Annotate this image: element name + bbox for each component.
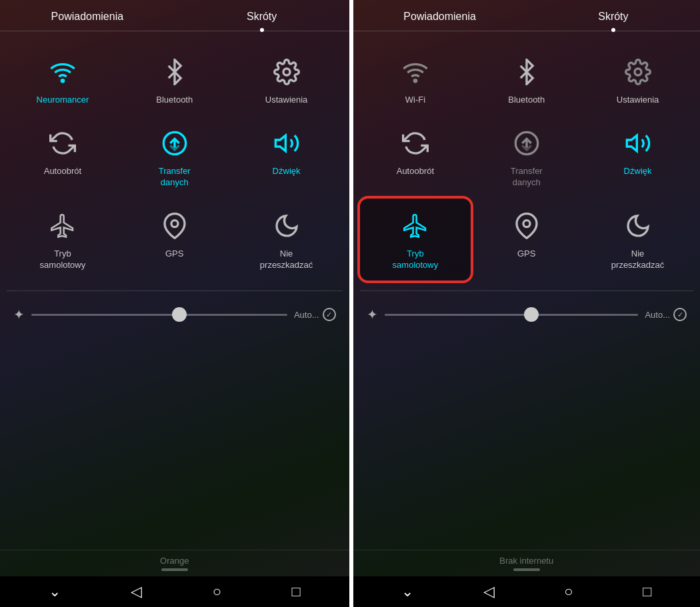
left-controls-grid: Neuromancer Bluetooth Ustawienia [0, 31, 349, 287]
brightness-icon-right: ✦ [367, 306, 378, 322]
right-gps-label: GPS [517, 249, 535, 260]
right-sound-label: Dźwięk [624, 166, 652, 177]
right-panel: Powiadomienia Skróty Wi-Fi [351, 0, 701, 607]
left-brightness-auto: Auto... ✓ [294, 308, 336, 321]
data-icon-left [157, 126, 192, 161]
right-autorotate-label: Autoobrót [397, 166, 434, 177]
sound-icon-left [269, 126, 304, 161]
right-nav-home[interactable]: ○ [564, 583, 573, 600]
left-brightness-thumb[interactable] [172, 307, 187, 322]
right-brightness-row: ✦ Auto... ✓ [353, 295, 701, 334]
right-bluetooth-control[interactable]: Bluetooth [471, 45, 582, 116]
right-nav-back[interactable]: ◁ [483, 583, 495, 600]
left-tab-shortcuts[interactable]: Skróty [175, 8, 349, 25]
left-data-control[interactable]: Transferdanych [119, 116, 231, 199]
right-settings-control[interactable]: Ustawienia [582, 45, 693, 116]
left-tab-notifications[interactable]: Powiadomienia [0, 8, 175, 25]
right-nav-bar: ⌄ ◁ ○ □ [353, 576, 701, 607]
left-brightness-row: ✦ Auto... ✓ [0, 295, 349, 334]
right-bluetooth-label: Bluetooth [508, 95, 545, 106]
left-data-label: Transferdanych [159, 166, 191, 189]
left-gps-control[interactable]: GPS [119, 199, 231, 281]
right-airplane-label: Trybsamolotowy [393, 249, 439, 271]
left-nav-recents[interactable]: □ [291, 583, 300, 600]
right-dnd-control[interactable]: Nieprzeszkadzać [582, 199, 693, 281]
airplane-icon-right [398, 209, 433, 243]
right-nav-down[interactable]: ⌄ [401, 583, 413, 600]
svg-point-5 [414, 80, 416, 82]
left-header: Powiadomienia Skróty [0, 0, 349, 31]
svg-point-0 [61, 80, 63, 82]
autorotate-icon-left [45, 126, 80, 161]
right-controls-grid: Wi-Fi Bluetooth Ustawienia [353, 31, 701, 287]
right-brightness-auto: Auto... ✓ [645, 308, 687, 321]
wifi-icon-right [398, 55, 433, 89]
right-header: Powiadomienia Skróty [353, 0, 701, 31]
left-bluetooth-control[interactable]: Bluetooth [119, 45, 231, 116]
svg-marker-3 [275, 135, 285, 151]
right-data-control[interactable]: Transferdanych [471, 116, 582, 199]
brightness-icon-left: ✦ [13, 306, 25, 322]
left-settings-label: Ustawienia [265, 95, 308, 106]
left-bottom-handle [161, 568, 188, 571]
gps-icon-left [157, 209, 192, 243]
data-icon-right [509, 126, 544, 161]
left-auto-check[interactable]: ✓ [323, 308, 336, 321]
left-nav-back[interactable]: ◁ [131, 583, 142, 600]
left-nav-down[interactable]: ⌄ [49, 583, 61, 600]
left-footer: Orange [0, 550, 349, 576]
right-tab-shortcuts[interactable]: Skróty [527, 8, 700, 25]
right-autorotate-control[interactable]: Autoobrót [360, 116, 471, 199]
right-sound-control[interactable]: Dźwięk [582, 116, 693, 199]
left-wifi-label: Neuromancer [37, 95, 89, 106]
dnd-icon-left [269, 209, 304, 243]
settings-icon-right [621, 55, 655, 89]
left-nav-bar: ⌄ ◁ ○ □ [0, 576, 349, 607]
airplane-icon-left [45, 209, 80, 243]
right-wifi-label: Wi-Fi [405, 95, 425, 106]
svg-point-1 [283, 69, 290, 75]
right-dnd-label: Nieprzeszkadzać [611, 249, 664, 271]
right-data-label: Transferdanych [511, 166, 543, 189]
left-settings-control[interactable]: Ustawienia [231, 45, 343, 116]
bluetooth-icon-right [509, 55, 544, 89]
right-brightness-slider[interactable] [385, 314, 639, 316]
left-gps-label: GPS [165, 249, 183, 260]
sound-icon-right [621, 126, 655, 161]
right-auto-check[interactable]: ✓ [673, 308, 687, 321]
left-nav-home[interactable]: ○ [213, 583, 221, 600]
left-sound-control[interactable]: Dźwięk [231, 116, 343, 199]
dnd-icon-right [621, 209, 655, 243]
right-gps-control[interactable]: GPS [471, 199, 582, 281]
svg-point-4 [171, 220, 178, 227]
right-airplane-control[interactable]: Trybsamolotowy [360, 199, 471, 281]
left-bluetooth-label: Bluetooth [156, 95, 193, 106]
right-bottom-handle [513, 568, 540, 571]
right-brightness-thumb[interactable] [524, 307, 539, 322]
left-airplane-control[interactable]: Trybsamolotowy [7, 199, 119, 281]
right-settings-label: Ustawienia [617, 95, 659, 106]
svg-marker-8 [627, 135, 637, 151]
gps-icon-right [509, 209, 544, 243]
left-autorotate-label: Autoobrót [44, 166, 81, 177]
right-divider [360, 291, 694, 291]
left-dnd-control[interactable]: Nieprzeszkadzać [231, 199, 343, 281]
left-airplane-label: Trybsamolotowy [40, 249, 86, 271]
left-dnd-label: Nieprzeszkadzać [260, 249, 313, 271]
left-autorotate-control[interactable]: Autoobrót [7, 116, 119, 199]
left-brightness-slider[interactable] [31, 314, 287, 316]
right-footer: Brak internetu [353, 550, 701, 576]
right-wifi-control[interactable]: Wi-Fi [360, 45, 471, 116]
left-wifi-control[interactable]: Neuromancer [7, 45, 119, 116]
svg-point-9 [523, 220, 530, 227]
left-sound-label: Dźwięk [273, 166, 301, 177]
left-divider [7, 291, 343, 291]
bluetooth-icon-left [157, 55, 192, 89]
autorotate-icon-right [398, 126, 433, 161]
svg-point-6 [635, 69, 641, 75]
wifi-icon [45, 55, 80, 89]
left-panel: Powiadomienia Skróty Neuromancer [0, 0, 349, 607]
right-tab-notifications[interactable]: Powiadomienia [353, 8, 527, 25]
settings-icon-left [269, 55, 304, 89]
right-nav-recents[interactable]: □ [643, 583, 651, 600]
